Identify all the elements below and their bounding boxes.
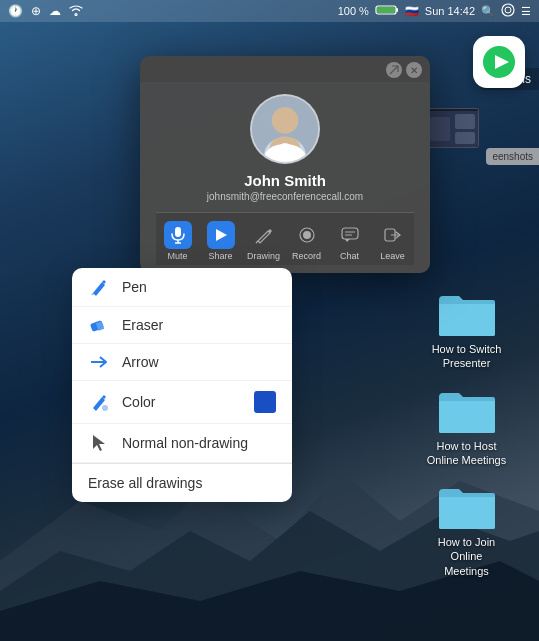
screenshots-tab-label[interactable]: eenshots bbox=[486, 148, 539, 165]
svg-rect-21 bbox=[175, 227, 181, 237]
arrow-label: Arrow bbox=[122, 354, 276, 370]
battery-icon bbox=[375, 4, 399, 18]
normal-label: Normal non-drawing bbox=[122, 435, 276, 451]
share-button[interactable]: Share bbox=[200, 221, 242, 261]
folder-join-meetings[interactable]: How to Join OnlineMeetings bbox=[424, 483, 509, 578]
svg-rect-5 bbox=[377, 7, 395, 13]
conference-window: ✕ John Smith johnsmith@freeconferencecal… bbox=[140, 56, 430, 273]
eraser-label: Eraser bbox=[122, 317, 276, 333]
cloud-icon: ☁ bbox=[49, 4, 61, 18]
wifi-icon bbox=[69, 4, 83, 19]
menubar-left: 🕐 ⊕ ☁ bbox=[8, 4, 83, 19]
menu-icon[interactable]: ☰ bbox=[521, 5, 531, 18]
toolbar: Mute Share bbox=[156, 212, 414, 265]
user-avatar bbox=[250, 94, 320, 164]
expand-button[interactable] bbox=[386, 62, 402, 78]
folder-icon-2 bbox=[437, 387, 497, 435]
window-titlebar: ✕ bbox=[140, 56, 430, 82]
drawing-menu: Pen Eraser Arrow Color bbox=[72, 268, 292, 502]
cursor-icon bbox=[88, 434, 110, 452]
folder-icon-3 bbox=[437, 483, 497, 531]
menubar: 🕐 ⊕ ☁ 100 % 🇷🇺 Sun 14:42 🔍 ☰ bbox=[0, 0, 539, 22]
leave-icon bbox=[379, 221, 407, 249]
user-name: John Smith bbox=[244, 172, 326, 189]
flag-icon: 🇷🇺 bbox=[405, 5, 419, 18]
svg-marker-29 bbox=[345, 239, 350, 242]
arrow-menu-item[interactable]: Arrow bbox=[72, 344, 292, 381]
color-icon bbox=[88, 393, 110, 411]
erase-all-button[interactable]: Erase all drawings bbox=[72, 463, 292, 502]
svg-rect-4 bbox=[396, 8, 398, 12]
erase-all-label: Erase all drawings bbox=[88, 475, 202, 491]
pen-menu-item[interactable]: Pen bbox=[72, 268, 292, 307]
mute-button[interactable]: Mute bbox=[157, 221, 199, 261]
folder-icon-1 bbox=[437, 290, 497, 338]
app-icon[interactable] bbox=[473, 36, 525, 88]
arrow-icon bbox=[88, 355, 110, 369]
mute-icon bbox=[164, 221, 192, 249]
chat-icon bbox=[336, 221, 364, 249]
folder-host-meetings[interactable]: How to HostOnline Meetings bbox=[424, 387, 509, 468]
normal-menu-item[interactable]: Normal non-drawing bbox=[72, 424, 292, 463]
svg-marker-38 bbox=[93, 435, 105, 451]
screenshots-panel[interactable]: eenshots bbox=[486, 148, 539, 165]
color-menu-item[interactable]: Color bbox=[72, 381, 292, 424]
fingerprint-icon: ⊕ bbox=[31, 4, 41, 18]
folder-label-3: How to Join OnlineMeetings bbox=[424, 535, 509, 578]
svg-point-16 bbox=[272, 107, 298, 133]
menubar-time: Sun 14:42 bbox=[425, 5, 475, 17]
chat-button[interactable]: Chat bbox=[329, 221, 371, 261]
color-label: Color bbox=[122, 394, 242, 410]
pen-icon bbox=[88, 278, 110, 296]
folder-label-2: How to HostOnline Meetings bbox=[427, 439, 507, 468]
folder-container: How to SwitchPresenter How to HostOnline… bbox=[424, 290, 509, 578]
window-content: John Smith johnsmith@freeconferencecall.… bbox=[140, 82, 430, 273]
folder-switch-presenter[interactable]: How to SwitchPresenter bbox=[424, 290, 509, 371]
thumbnail-preview bbox=[424, 108, 479, 148]
share-icon bbox=[207, 221, 235, 249]
leave-label: Leave bbox=[380, 251, 405, 261]
eraser-menu-item[interactable]: Eraser bbox=[72, 307, 292, 344]
close-button[interactable]: ✕ bbox=[406, 62, 422, 78]
svg-rect-28 bbox=[342, 228, 358, 239]
svg-rect-13 bbox=[455, 114, 475, 129]
svg-marker-24 bbox=[216, 229, 227, 241]
svg-rect-12 bbox=[430, 117, 450, 141]
share-label: Share bbox=[208, 251, 232, 261]
drawing-icon bbox=[250, 221, 278, 249]
search-icon[interactable]: 🔍 bbox=[481, 5, 495, 18]
record-label: Record bbox=[292, 251, 321, 261]
record-button[interactable]: Record bbox=[286, 221, 328, 261]
svg-line-25 bbox=[256, 241, 258, 243]
svg-point-27 bbox=[303, 231, 311, 239]
folder-label-1: How to SwitchPresenter bbox=[432, 342, 502, 371]
battery-percent: 100 % bbox=[338, 5, 369, 17]
svg-point-6 bbox=[502, 4, 514, 16]
svg-point-37 bbox=[102, 405, 108, 411]
drawing-label: Drawing bbox=[247, 251, 280, 261]
chat-label: Chat bbox=[340, 251, 359, 261]
drawing-button[interactable]: Drawing bbox=[243, 221, 285, 261]
eraser-icon bbox=[88, 317, 110, 333]
clock-icon: 🕐 bbox=[8, 4, 23, 18]
record-icon bbox=[293, 221, 321, 249]
user-email: johnsmith@freeconferencecall.com bbox=[207, 191, 363, 202]
pen-label: Pen bbox=[122, 279, 276, 295]
menubar-right: 100 % 🇷🇺 Sun 14:42 🔍 ☰ bbox=[338, 3, 531, 19]
play-icon bbox=[481, 44, 517, 80]
mute-label: Mute bbox=[167, 251, 187, 261]
svg-rect-14 bbox=[455, 132, 475, 144]
airdrop-icon bbox=[501, 3, 515, 19]
leave-button[interactable]: Leave bbox=[372, 221, 414, 261]
color-swatch[interactable] bbox=[254, 391, 276, 413]
svg-point-7 bbox=[505, 7, 511, 13]
